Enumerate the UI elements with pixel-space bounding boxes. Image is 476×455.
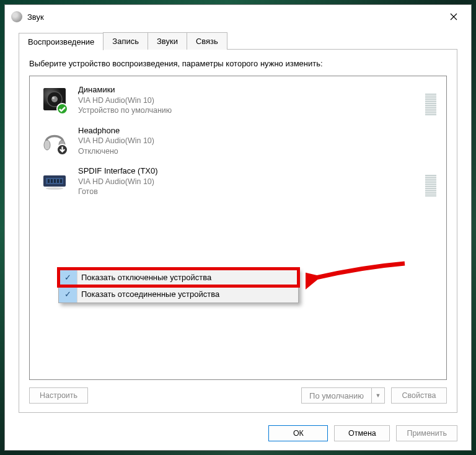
device-driver: VIA HD Audio(Win 10) xyxy=(78,177,416,187)
close-icon xyxy=(450,13,457,20)
spdif-icon xyxy=(40,166,69,195)
panel-button-row: Настроить По умолчанию ▼ Свойства xyxy=(29,387,447,404)
svg-point-3 xyxy=(51,96,58,102)
svg-rect-13 xyxy=(60,179,62,183)
titlebar: Звук xyxy=(5,5,471,29)
device-status: Отключено xyxy=(78,146,436,156)
set-default-button[interactable]: По умолчанию ▼ xyxy=(301,387,385,404)
apply-button[interactable]: Применить xyxy=(396,425,457,441)
sound-dialog: Звук Воспроизведение Запись Звуки Связь … xyxy=(4,4,472,451)
context-menu: ✓ Показать отключенные устройства ✓ Пока… xyxy=(58,268,299,303)
check-badge-icon xyxy=(56,103,68,115)
device-name: SPDIF Interface (TX0) xyxy=(78,166,416,177)
check-icon: ✓ xyxy=(59,286,77,303)
properties-button[interactable]: Свойства xyxy=(391,387,447,404)
device-status: Устройство по умолчанию xyxy=(78,105,416,115)
close-button[interactable] xyxy=(440,7,467,26)
set-default-label: По умолчанию xyxy=(302,388,372,403)
level-meter xyxy=(425,86,436,115)
ctx-show-disconnected[interactable]: ✓ Показать отсоединенные устройства xyxy=(59,286,298,303)
cancel-button[interactable]: Отмена xyxy=(334,425,390,441)
ok-button[interactable]: ОК xyxy=(268,425,328,441)
annotation-arrow-icon xyxy=(306,256,411,293)
svg-point-14 xyxy=(46,187,63,190)
svg-rect-11 xyxy=(54,179,56,183)
tab-communications[interactable]: Связь xyxy=(187,32,227,50)
device-item-headphone[interactable]: Headphone VIA HD Audio(Win 10) Отключено xyxy=(33,121,443,161)
svg-point-5 xyxy=(44,140,50,150)
check-icon: ✓ xyxy=(59,269,77,286)
svg-point-4 xyxy=(52,97,55,99)
tab-strip: Воспроизведение Запись Звуки Связь xyxy=(5,32,471,50)
sound-icon xyxy=(11,11,22,22)
ctx-item-label: Показать отсоединенные устройства xyxy=(81,289,219,299)
tab-playback[interactable]: Воспроизведение xyxy=(19,33,104,50)
device-list[interactable]: Динамики VIA HD Audio(Win 10) Устройство… xyxy=(29,76,447,380)
device-driver: VIA HD Audio(Win 10) xyxy=(78,136,436,146)
device-driver: VIA HD Audio(Win 10) xyxy=(78,95,416,105)
tab-recording[interactable]: Запись xyxy=(103,32,148,50)
level-meter xyxy=(425,167,436,197)
disabled-badge-icon xyxy=(56,144,68,156)
device-item-spdif[interactable]: SPDIF Interface (TX0) VIA HD Audio(Win 1… xyxy=(33,161,443,201)
svg-rect-12 xyxy=(57,179,59,183)
window-title: Звук xyxy=(27,12,44,22)
dialog-footer: ОК Отмена Применить xyxy=(5,419,471,450)
device-status: Готов xyxy=(78,187,416,197)
device-name: Динамики xyxy=(78,85,416,95)
instruction-text: Выберите устройство воспроизведения, пар… xyxy=(29,58,447,69)
device-item-speakers[interactable]: Динамики VIA HD Audio(Win 10) Устройство… xyxy=(33,80,443,120)
configure-button[interactable]: Настроить xyxy=(29,387,88,404)
playback-panel: Выберите устройство воспроизведения, пар… xyxy=(19,49,457,413)
svg-rect-9 xyxy=(48,179,50,183)
tab-sounds[interactable]: Звуки xyxy=(148,32,187,50)
ctx-show-disabled[interactable]: ✓ Показать отключенные устройства xyxy=(59,269,298,286)
svg-rect-10 xyxy=(51,179,53,183)
chevron-down-icon[interactable]: ▼ xyxy=(372,392,384,399)
device-name: Headphone xyxy=(78,126,436,136)
ctx-item-label: Показать отключенные устройства xyxy=(81,273,211,282)
